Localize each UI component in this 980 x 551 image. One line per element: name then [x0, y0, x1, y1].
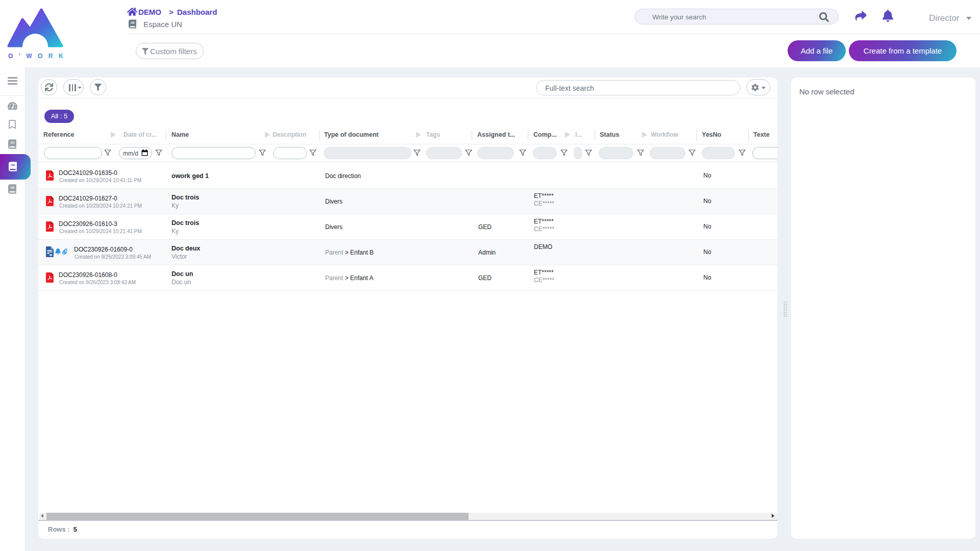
svg-text:w: w [49, 253, 53, 257]
svg-text:O'WORK: O'WORK [8, 53, 64, 60]
